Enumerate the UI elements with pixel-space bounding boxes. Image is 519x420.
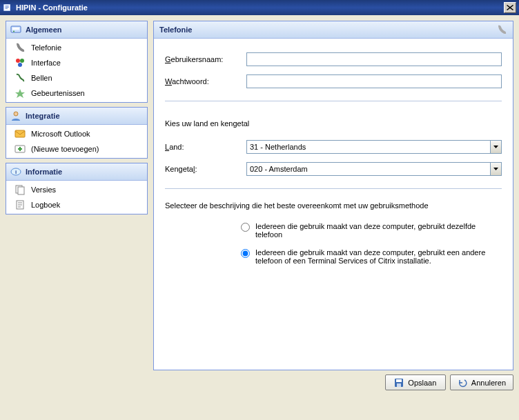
svg-rect-11 [15, 130, 25, 137]
areacode-label: Kengetal: [165, 165, 241, 173]
country-select[interactable]: 31 - Netherlands [246, 140, 502, 154]
events-icon [14, 88, 26, 99]
form: Gebruikersnaam: Wachtwoord: Kies uw land… [154, 39, 513, 272]
group-header: Algemeen [6, 21, 147, 39]
group-title: Integratie [26, 112, 60, 120]
log-icon [14, 199, 26, 210]
country-value: 31 - Netherlands [250, 143, 306, 151]
item-label: Gebeurtenissen [31, 89, 85, 97]
window-title: HIPIN - Configuratie [16, 3, 504, 12]
sidebar-item-versies[interactable]: Versies [6, 182, 147, 197]
radio-label-1: Iedereen die gebruik maakt van deze comp… [255, 222, 502, 239]
row-password: Wachtwoord: [165, 74, 502, 88]
item-label: (Nieuwe toevoegen) [31, 145, 99, 153]
password-input[interactable] [246, 74, 502, 88]
item-label: Interface [31, 59, 61, 67]
cancel-label: Annuleren [471, 379, 506, 387]
svg-text:i: i [15, 169, 17, 175]
row-username: Gebruikersnaam: [165, 52, 502, 66]
sidebar-item-outlook[interactable]: Microsoft Outlook [6, 126, 147, 141]
save-icon [394, 378, 404, 388]
button-row: Opslaan Annuleren [153, 370, 513, 390]
sidebar: Algemeen Telefonie Interface [6, 21, 148, 390]
svg-rect-5 [12, 28, 19, 30]
sidebar-item-gebeurtenissen[interactable]: Gebeurtenissen [6, 86, 147, 101]
separator [165, 101, 502, 101]
main-header: Telefonie [154, 21, 513, 39]
svg-rect-2 [6, 7, 9, 8]
palette-icon [14, 57, 26, 68]
row-areacode: Kengetal: 020 - Amsterdam [165, 162, 502, 176]
radio-group: Iedereen die gebruik maakt van deze comp… [241, 222, 502, 265]
outlook-icon [14, 128, 26, 139]
areacode-select[interactable]: 020 - Amsterdam [246, 162, 502, 176]
sidebar-item-nieuwe-toevoegen[interactable]: (Nieuwe toevoegen) [6, 141, 147, 157]
main: Telefonie Gebruikersnaam: Wachtwoord: Ki… [153, 21, 513, 390]
versions-icon [14, 184, 26, 195]
radio-section-title: Selecteer de beschrijving die het beste … [165, 201, 502, 210]
phone-icon [14, 42, 26, 53]
areacode-value: 020 - Amsterdam [250, 165, 308, 173]
user-icon [10, 110, 21, 121]
svg-rect-20 [397, 383, 401, 387]
app-icon [3, 3, 12, 12]
titlebar: HIPIN - Configuratie [0, 0, 519, 15]
item-label: Logboek [31, 201, 60, 209]
item-label: Bellen [31, 74, 52, 82]
password-label: Wachtwoord: [165, 77, 241, 86]
group-header: i Informatie [6, 163, 147, 181]
item-label: Microsoft Outlook [31, 130, 90, 138]
separator [165, 188, 502, 189]
svg-point-10 [14, 112, 18, 116]
sidebar-item-telefonie[interactable]: Telefonie [6, 40, 147, 55]
chevron-down-icon [490, 141, 501, 153]
dial-icon [14, 72, 26, 83]
radio-option-2[interactable]: Iedereen die gebruik maakt van deze comp… [241, 248, 502, 265]
client-area: Algemeen Telefonie Interface [0, 15, 519, 396]
close-button[interactable] [504, 2, 516, 13]
info-icon: i [10, 166, 21, 177]
country-section-title: Kies uw land en kengetal [165, 119, 502, 128]
chevron-down-icon [490, 163, 501, 175]
svg-rect-19 [396, 379, 402, 382]
sidebar-group-integratie: Integratie Microsoft Outlook (Nieuwe toe… [6, 107, 148, 159]
sidebar-group-algemeen: Algemeen Telefonie Interface [6, 21, 148, 103]
sidebar-item-interface[interactable]: Interface [6, 55, 147, 70]
add-icon [14, 143, 26, 154]
svg-point-6 [13, 31, 14, 32]
svg-point-8 [20, 59, 24, 63]
username-input[interactable] [246, 52, 502, 66]
group-title: Algemeen [26, 26, 62, 34]
undo-icon [458, 378, 467, 388]
main-title: Telefonie [159, 26, 192, 34]
disk-icon [10, 24, 21, 35]
radio-input-1[interactable] [241, 223, 250, 232]
group-title: Informatie [26, 168, 62, 176]
save-button[interactable]: Opslaan [385, 374, 446, 390]
svg-rect-16 [18, 187, 24, 194]
sidebar-group-informatie: i Informatie Versies Logboek [6, 163, 148, 214]
item-label: Telefonie [31, 43, 61, 52]
svg-point-7 [16, 59, 20, 63]
country-label: Land: [165, 143, 241, 151]
sidebar-item-logboek[interactable]: Logboek [6, 197, 147, 212]
svg-rect-3 [6, 8, 8, 9]
group-header: Integratie [6, 108, 147, 125]
item-label: Versies [31, 186, 56, 194]
svg-point-9 [18, 63, 22, 67]
row-country: Land: 31 - Netherlands [165, 140, 502, 154]
svg-rect-1 [6, 6, 9, 6]
main-panel: Telefonie Gebruikersnaam: Wachtwoord: Ki… [153, 21, 513, 370]
username-label: Gebruikersnaam: [165, 55, 241, 63]
radio-input-2[interactable] [241, 249, 250, 258]
radio-option-1[interactable]: Iedereen die gebruik maakt van deze comp… [241, 222, 502, 239]
radio-label-2: Iedereen die gebruik maakt van deze comp… [255, 248, 502, 265]
cancel-button[interactable]: Annuleren [450, 374, 513, 390]
sidebar-item-bellen[interactable]: Bellen [6, 70, 147, 86]
save-label: Opslaan [408, 379, 436, 387]
phone-icon [496, 24, 507, 35]
